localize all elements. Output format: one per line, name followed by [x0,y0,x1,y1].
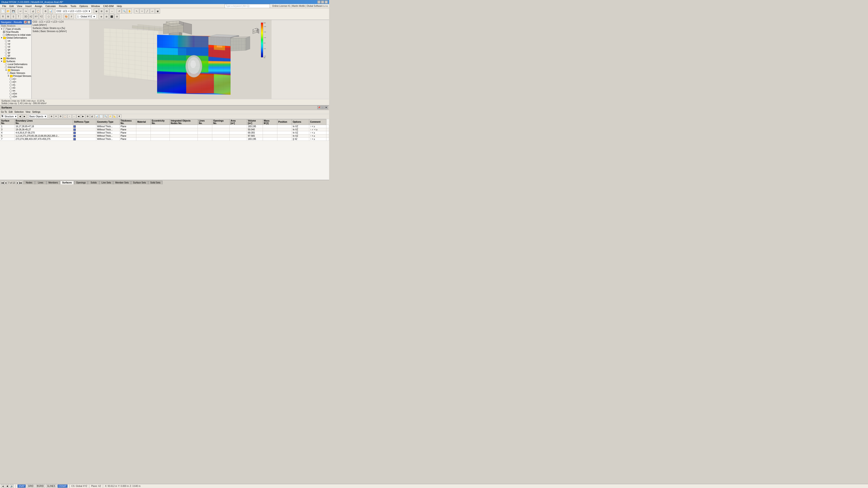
tb-icon-11[interactable]: 📊 [95,114,99,119]
nav-s5[interactable]: τm [0,89,31,92]
minimize-button[interactable]: _ [317,0,320,4]
nav-uy[interactable]: uy [0,42,31,45]
color-btn[interactable]: 🎨 [64,14,69,19]
surfaces-pin-button[interactable]: 📌 [317,106,320,109]
snap-node-btn[interactable]: ⊕ [99,14,104,19]
navigator-pin-button[interactable]: 📌 [24,21,27,24]
nav-final-results[interactable]: Final Results [0,31,31,33]
table-row[interactable]: 7 273,274,388,403-397,470-459,275 Withou… [0,137,329,140]
open-button[interactable]: 📂 [6,8,11,13]
new-button[interactable]: 📄 [0,8,5,13]
table-row[interactable]: 3 19-26,36-45,27 Without Thick... Plane … [0,128,329,131]
surfaces-menu-view[interactable]: View [26,111,31,113]
surfaces-menu-goto[interactable]: Go To [1,111,7,113]
surfaces-close-button[interactable]: ✕ [324,106,328,109]
disp-btn-1[interactable]: R [0,14,5,19]
tab-surface-sets[interactable]: Surface Sets [131,181,148,184]
tb-icon-1[interactable]: ⊕ [50,114,54,119]
close-button[interactable]: ✕ [324,0,328,4]
menu-window[interactable]: Window [90,4,101,8]
save-button[interactable]: 💾 [11,8,16,13]
nav-gx[interactable]: gx [0,48,31,51]
tb-icon-6[interactable]: ↓ [72,114,76,119]
calc-button[interactable]: ⚙ [43,8,48,13]
nav-differences[interactable]: Differences to initial state [0,33,31,36]
basic-objects-dropdown[interactable]: Basic Objects ▼ [29,114,47,119]
nav-s1[interactable]: σ1+ [0,77,31,80]
tb-icon-14[interactable]: ⚡ [108,114,112,119]
disp-btn-2[interactable]: M [6,14,11,19]
maximize-button[interactable]: □ [321,0,324,4]
render-btn[interactable]: ⬛ [109,14,114,19]
num-btn[interactable]: # [69,14,74,19]
next-page-btn[interactable]: ▶ [16,181,19,184]
surfaces-menu-edit[interactable]: Edit [9,111,13,113]
table-row[interactable]: 1 16,17,28,65-47,18 Without Thick... Pla… [0,125,329,128]
surfaces-maximize-button[interactable]: □ [321,106,324,109]
nav-global-deformations[interactable]: ▼ Global Deformations [0,36,31,39]
tab-member-sets[interactable]: Member Sets [113,181,131,184]
menu-results[interactable]: Results [58,4,69,8]
results-button[interactable]: 📊 [48,8,53,13]
last-page-btn[interactable]: ▶▶ [19,181,22,184]
nav-uz[interactable]: uz [0,45,31,48]
nav-surfaces[interactable]: ▼ Surfaces [0,60,31,63]
select-btn[interactable]: ↖ [134,8,139,13]
tab-line-sets[interactable]: Line Sets [99,181,113,184]
tb-icon-9[interactable]: ⊞ [86,114,90,119]
menu-help[interactable]: Help [116,4,123,8]
view-btn-2[interactable]: ⊞ [99,8,104,13]
tb-icon-2[interactable]: ✕ [54,114,58,119]
nav-s4[interactable]: σ2- [0,86,31,89]
nav-gz[interactable]: gz [0,54,31,57]
disp-btn-3[interactable]: S [11,14,16,19]
tab-nodes[interactable]: Nodes [24,181,35,184]
tab-members[interactable]: Members [46,181,60,184]
copy-button[interactable]: 📋 [36,8,41,13]
nav-s6[interactable]: σ1m [0,92,31,95]
tb-icon-12[interactable]: 📄 [99,114,103,119]
nav-basic-stresses[interactable]: Basic Stresses [0,72,31,74]
tab-surfaces[interactable]: Surfaces [60,181,74,184]
rotate-btn[interactable]: ↺ [117,8,122,13]
disp-btn-4[interactable]: T [16,14,21,19]
tb-icon-4[interactable]: 📋 [63,114,67,119]
tb-icon-5[interactable]: ↑ [68,114,72,119]
view-btn-3[interactable]: ⊟ [104,8,109,13]
wireframe-btn[interactable]: ⬡ [51,14,56,19]
menu-options[interactable]: Options [78,4,89,8]
nav-internal-forces[interactable]: Internal Forces [0,66,31,69]
navigator-tree[interactable]: ▼ Type of results Final Results Differen… [0,28,31,99]
pan-btn[interactable]: ✋ [127,8,132,13]
tb-prev-btn[interactable]: ◀ [18,114,22,119]
nav-s2[interactable]: σ2+ [0,80,31,84]
tb-next-btn[interactable]: ▶ [22,114,26,119]
nav-s3[interactable]: σ1- [0,84,31,86]
tab-openings[interactable]: Openings [74,181,88,184]
surfaces-menu-settings[interactable]: Settings [32,111,40,113]
load-case-combo[interactable]: CO2 : LC1 + LC2 + LC3 + LC4 ▼ [55,9,92,13]
structure-dropdown[interactable]: 🏗 Structure ▼ [1,114,18,119]
menu-calculate[interactable]: Calculate [44,4,57,8]
nav-principal-stresses[interactable]: ▼ Principal Stresses [0,74,31,77]
tb-icon-3[interactable]: ⚙ [59,114,63,119]
tab-solid-sets[interactable]: Solid Sets [148,181,162,184]
tb-icon-7[interactable]: ◀ [76,114,81,119]
axis-combo[interactable]: 1 - Global XYZ ▼ [76,14,96,19]
3d-viewport[interactable]: CO2 - LC1 + LC2 + LC3 + LC4 Loads [kN/m²… [32,20,329,99]
viewyz-btn[interactable]: YZ [39,14,44,19]
prev-page-btn[interactable]: ◀ [4,181,7,184]
first-page-btn[interactable]: ◀◀ [1,181,4,184]
viewxz-btn[interactable]: XZ [29,14,33,19]
tb-icon-13[interactable]: 🔍 [104,114,108,119]
top-search-box[interactable]: Type a keyword (Alt+Q) [225,4,270,8]
solid-btn[interactable]: ▣ [155,8,160,13]
redo-button[interactable]: ↪ [23,8,28,13]
menu-edit[interactable]: Edit [8,4,15,8]
snap-grid-btn[interactable]: ⊞ [104,14,109,19]
menu-cad-bim[interactable]: CAD-BIM [102,4,115,8]
surfaces-table[interactable]: SurfaceNo. Boundary LinesNo. Stiffness T… [0,119,329,180]
window-controls[interactable]: _ □ ✕ [317,0,328,4]
tb-icon-10[interactable]: 🖨 [90,114,94,119]
nav-members[interactable]: ▶ Members [0,57,31,60]
